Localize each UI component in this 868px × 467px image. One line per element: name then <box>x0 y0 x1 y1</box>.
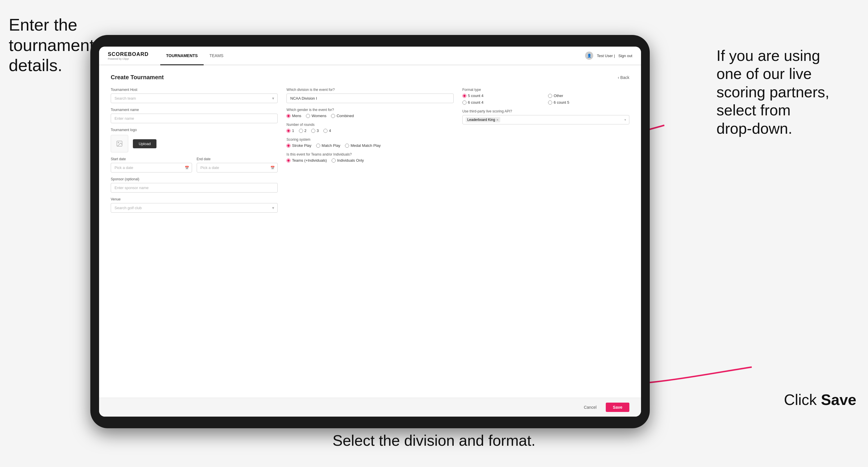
form-section-right: Format type 5 count 4 Other <box>462 88 629 213</box>
user-label: Test User | <box>597 54 615 58</box>
format-6count5-option[interactable]: 6 count 5 <box>548 100 629 104</box>
navbar-right: 👤 Test User | Sign out <box>585 52 632 60</box>
format-5count4-radio[interactable] <box>462 94 466 98</box>
format-6count5-radio[interactable] <box>548 100 552 104</box>
upload-button[interactable]: Upload <box>133 139 156 148</box>
division-select[interactable]: NCAA Division I NCAA Division II NCAA Di… <box>286 94 454 103</box>
annotation-top-left: Enter the tournament details. <box>9 14 94 75</box>
scoring-group: Scoring system Stroke Play Match Play <box>286 137 454 148</box>
start-date-label: Start date <box>111 157 192 161</box>
gender-label: Which gender is the event for? <box>286 108 454 112</box>
rounds-radio-group: 1 2 3 4 <box>286 128 454 133</box>
form-columns: Tournament Host ▼ Tournament name Tourna… <box>111 88 629 213</box>
signout-link[interactable]: Sign out <box>618 54 632 58</box>
gender-combined-label: Combined <box>337 114 354 118</box>
scoring-medal-label: Medal Match Play <box>350 143 380 148</box>
dropdown-arrow-icon: ▾ <box>624 118 626 122</box>
gender-combined-option[interactable]: Combined <box>331 114 354 118</box>
rounds-4-label: 4 <box>329 128 331 133</box>
search-icon: ▼ <box>271 96 275 100</box>
end-date-group: End date 📅 <box>197 157 278 173</box>
format-5count4-option[interactable]: 5 count 4 <box>462 94 544 98</box>
teams-label: Is this event for Teams and/or Individua… <box>286 152 454 156</box>
rounds-4-radio[interactable] <box>323 129 328 133</box>
rounds-4-option[interactable]: 4 <box>323 128 331 133</box>
logo-upload-area: Upload <box>111 135 278 152</box>
page-header: Create Tournament ‹ Back <box>111 74 629 81</box>
gender-womens-label: Womens <box>311 114 326 118</box>
scoring-stroke-label: Stroke Play <box>292 143 311 148</box>
gender-mens-radio[interactable] <box>286 114 290 118</box>
format-other-option[interactable]: Other <box>548 94 629 98</box>
teams-individuals-label: Individuals Only <box>337 158 364 162</box>
tournament-logo-group: Tournament logo Upload <box>111 128 278 152</box>
date-row: Start date 📅 End date 📅 <box>111 157 278 173</box>
tag-close-button[interactable]: ✕ <box>496 118 499 122</box>
venue-input-wrapper: ▼ <box>111 203 278 213</box>
end-date-input[interactable] <box>197 163 278 173</box>
tournament-host-label: Tournament Host <box>111 88 278 92</box>
gender-group: Which gender is the event for? Mens Wome… <box>286 108 454 118</box>
end-date-wrapper: 📅 <box>197 163 278 173</box>
format-6count4-option[interactable]: 6 count 4 <box>462 100 544 104</box>
scoring-medal-option[interactable]: Medal Match Play <box>345 143 380 148</box>
rounds-2-option[interactable]: 2 <box>299 128 307 133</box>
tournament-host-input-wrapper: ▼ <box>111 94 278 103</box>
form-section-middle: Which division is the event for? NCAA Di… <box>286 88 454 213</box>
dropdown-icon-venue: ▼ <box>271 206 275 210</box>
division-group: Which division is the event for? NCAA Di… <box>286 88 454 103</box>
live-scoring-select[interactable]: Leaderboard King ✕ ▾ <box>462 115 629 124</box>
tablet-screen: SCOREBOARD Powered by Clipp! TOURNAMENTS… <box>99 46 641 416</box>
svg-point-2 <box>118 142 119 143</box>
scoring-medal-radio[interactable] <box>345 144 349 148</box>
venue-input[interactable] <box>111 203 278 213</box>
annotation-top-right: If you are using one of our live scoring… <box>716 46 856 137</box>
format-other-radio[interactable] <box>548 94 552 98</box>
format-6count5-label: 6 count 5 <box>554 100 569 104</box>
navbar-brand: SCOREBOARD Powered by Clipp! <box>108 51 149 60</box>
navbar: SCOREBOARD Powered by Clipp! TOURNAMENTS… <box>99 46 641 65</box>
gender-radio-group: Mens Womens Combined <box>286 114 454 118</box>
rounds-3-radio[interactable] <box>311 129 315 133</box>
start-date-input[interactable] <box>111 163 192 173</box>
format-6count4-radio[interactable] <box>462 100 466 104</box>
page-title: Create Tournament <box>111 74 164 81</box>
rounds-1-radio[interactable] <box>286 129 290 133</box>
scoring-match-radio[interactable] <box>316 144 320 148</box>
rounds-1-option[interactable]: 1 <box>286 128 294 133</box>
scoring-stroke-option[interactable]: Stroke Play <box>286 143 311 148</box>
scoring-stroke-radio[interactable] <box>286 144 290 148</box>
teams-teams-option[interactable]: Teams (+Individuals) <box>286 158 327 162</box>
tournament-logo-label: Tournament logo <box>111 128 278 132</box>
scoring-match-option[interactable]: Match Play <box>316 143 340 148</box>
annotation-bottom-center: Select the division and format. <box>333 432 535 449</box>
tournament-name-label: Tournament name <box>111 108 278 112</box>
division-label: Which division is the event for? <box>286 88 454 92</box>
format-type-options: 5 count 4 Other 6 count 4 <box>462 94 629 104</box>
tournament-host-input[interactable] <box>111 94 278 103</box>
teams-individuals-option[interactable]: Individuals Only <box>332 158 364 162</box>
rounds-3-option[interactable]: 3 <box>311 128 319 133</box>
tournament-name-input[interactable] <box>111 114 278 123</box>
scoring-label: Scoring system <box>286 137 454 142</box>
nav-link-tournaments[interactable]: TOURNAMENTS <box>160 46 204 65</box>
cancel-button[interactable]: Cancel <box>578 403 602 412</box>
form-section-left: Tournament Host ▼ Tournament name Tourna… <box>111 88 278 213</box>
gender-combined-radio[interactable] <box>331 114 335 118</box>
calendar-icon-end: 📅 <box>270 166 275 170</box>
teams-individuals-radio[interactable] <box>332 158 336 162</box>
rounds-label: Number of rounds <box>286 123 454 127</box>
format-6count4-label: 6 count 4 <box>468 100 484 104</box>
venue-group: Venue ▼ <box>111 197 278 213</box>
nav-link-teams[interactable]: TEAMS <box>204 46 229 65</box>
gender-womens-radio[interactable] <box>306 114 310 118</box>
teams-teams-radio[interactable] <box>286 158 290 162</box>
back-link[interactable]: ‹ Back <box>618 75 629 80</box>
rounds-1-label: 1 <box>292 128 294 133</box>
sponsor-input[interactable] <box>111 183 278 193</box>
gender-womens-option[interactable]: Womens <box>306 114 326 118</box>
rounds-2-radio[interactable] <box>299 129 303 133</box>
gender-mens-option[interactable]: Mens <box>286 114 301 118</box>
brand-title: SCOREBOARD <box>108 51 149 57</box>
save-button[interactable]: Save <box>606 403 629 412</box>
